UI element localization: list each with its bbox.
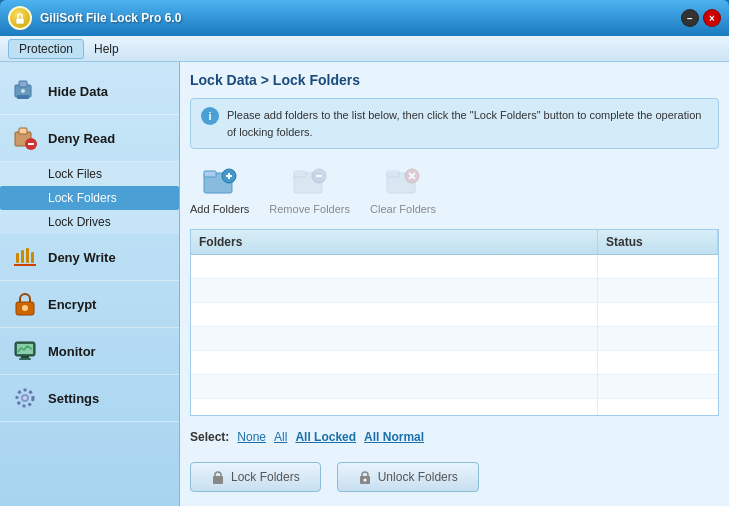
settings-icon — [10, 383, 40, 413]
remove-folders-icon — [292, 163, 328, 199]
bottom-buttons: Lock Folders Unlock Folders — [190, 458, 719, 496]
svg-point-4 — [21, 89, 25, 93]
clear-folders-button[interactable]: Clear Folders — [370, 163, 436, 215]
monitor-icon — [10, 336, 40, 366]
title-bar: GiliSoft File Lock Pro 6.0 − × — [0, 0, 729, 36]
sidebar-label-encrypt: Encrypt — [48, 297, 96, 312]
svg-rect-24 — [204, 171, 216, 177]
svg-point-39 — [363, 479, 366, 482]
sidebar-item-deny-read[interactable]: Deny Read — [0, 115, 179, 162]
info-box: i Please add folders to the list below, … — [190, 98, 719, 149]
sidebar-sub-item-lock-drives[interactable]: Lock Drives — [0, 210, 179, 234]
select-all-normal[interactable]: All Normal — [364, 430, 424, 444]
table-row — [191, 399, 718, 416]
lock-folders-label: Lock Folders — [231, 470, 300, 484]
select-label: Select: — [190, 430, 229, 444]
sidebar-sub-item-lock-folders[interactable]: Lock Folders — [0, 186, 179, 210]
add-folders-button[interactable]: Add Folders — [190, 163, 249, 215]
table-row — [191, 327, 718, 351]
svg-rect-2 — [19, 81, 27, 87]
remove-folders-label: Remove Folders — [269, 203, 350, 215]
table-row — [191, 255, 718, 279]
remove-folders-button[interactable]: Remove Folders — [269, 163, 350, 215]
sidebar-item-encrypt[interactable]: Encrypt — [0, 281, 179, 328]
main-container: Hide Data Deny Read Lock Files Lock Fold… — [0, 62, 729, 506]
select-none[interactable]: None — [237, 430, 266, 444]
col-status: Status — [598, 230, 718, 254]
svg-rect-18 — [21, 356, 29, 358]
add-folders-label: Add Folders — [190, 203, 249, 215]
app-title: GiliSoft File Lock Pro 6.0 — [40, 11, 681, 25]
table-header: Folders Status — [191, 230, 718, 255]
minimize-button[interactable]: − — [681, 9, 699, 27]
encrypt-icon — [10, 289, 40, 319]
sidebar: Hide Data Deny Read Lock Files Lock Fold… — [0, 62, 180, 506]
svg-rect-37 — [213, 476, 223, 484]
menu-bar: Protection Help — [0, 36, 729, 62]
svg-rect-19 — [19, 358, 31, 360]
toolbar: Add Folders Remove Folders — [190, 157, 719, 221]
select-row: Select: None All All Locked All Normal — [190, 424, 719, 450]
breadcrumb: Lock Data > Lock Folders — [190, 72, 719, 88]
sidebar-label-settings: Settings — [48, 391, 99, 406]
col-folders: Folders — [191, 230, 598, 254]
svg-point-15 — [22, 305, 28, 311]
menu-item-help[interactable]: Help — [84, 40, 129, 58]
sidebar-label-hide-data: Hide Data — [48, 84, 108, 99]
svg-point-22 — [23, 396, 27, 400]
content-area: Lock Data > Lock Folders i Please add fo… — [180, 62, 729, 506]
sidebar-label-deny-write: Deny Write — [48, 250, 116, 265]
sidebar-item-monitor[interactable]: Monitor — [0, 328, 179, 375]
hide-icon — [10, 76, 40, 106]
deny-read-icon — [10, 123, 40, 153]
deny-read-submenu: Lock Files Lock Folders Lock Drives — [0, 162, 179, 234]
sidebar-label-monitor: Monitor — [48, 344, 96, 359]
unlock-icon — [358, 470, 372, 484]
folders-table: Folders Status — [190, 229, 719, 416]
sidebar-item-deny-write[interactable]: Deny Write — [0, 234, 179, 281]
unlock-folders-button[interactable]: Unlock Folders — [337, 462, 479, 492]
svg-rect-9 — [16, 253, 19, 263]
lock-folders-button[interactable]: Lock Folders — [190, 462, 321, 492]
svg-rect-29 — [294, 171, 306, 177]
table-row — [191, 375, 718, 399]
sidebar-item-settings[interactable]: Settings — [0, 375, 179, 422]
window-controls: − × — [681, 9, 721, 27]
svg-rect-11 — [26, 248, 29, 263]
svg-rect-12 — [31, 252, 34, 263]
unlock-folders-label: Unlock Folders — [378, 470, 458, 484]
add-folders-icon — [202, 163, 238, 199]
svg-rect-33 — [387, 171, 399, 177]
svg-rect-0 — [16, 18, 24, 24]
select-all-locked[interactable]: All Locked — [295, 430, 356, 444]
info-text: Please add folders to the list below, th… — [227, 107, 708, 140]
table-row — [191, 279, 718, 303]
lock-icon — [211, 470, 225, 484]
deny-write-icon — [10, 242, 40, 272]
sidebar-item-hide-data[interactable]: Hide Data — [0, 68, 179, 115]
table-row — [191, 351, 718, 375]
svg-rect-3 — [17, 95, 29, 99]
close-button[interactable]: × — [703, 9, 721, 27]
clear-folders-icon — [385, 163, 421, 199]
app-icon — [8, 6, 32, 30]
clear-folders-label: Clear Folders — [370, 203, 436, 215]
table-row — [191, 303, 718, 327]
table-body — [191, 255, 718, 416]
select-all[interactable]: All — [274, 430, 287, 444]
svg-rect-10 — [21, 250, 24, 263]
menu-item-protection[interactable]: Protection — [8, 39, 84, 59]
sidebar-sub-item-lock-files[interactable]: Lock Files — [0, 162, 179, 186]
info-icon: i — [201, 107, 219, 125]
sidebar-label-deny-read: Deny Read — [48, 131, 115, 146]
svg-rect-6 — [19, 128, 27, 134]
